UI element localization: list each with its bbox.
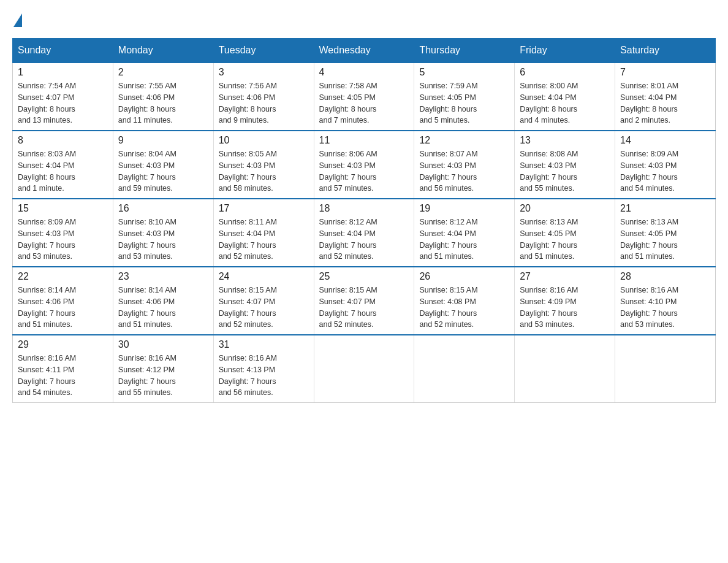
day-info: Sunrise: 8:13 AM Sunset: 4:05 PM Dayligh… [620,216,710,262]
header-sunday: Sunday [13,39,113,63]
calendar-cell: 7Sunrise: 8:01 AM Sunset: 4:04 PM Daylig… [615,63,716,131]
header-monday: Monday [113,39,213,63]
day-number: 11 [319,135,409,146]
header-row: SundayMondayTuesdayWednesdayThursdayFrid… [13,39,716,63]
day-number: 8 [18,135,108,146]
day-number: 1 [18,67,108,78]
calendar-cell: 24Sunrise: 8:15 AM Sunset: 4:07 PM Dayli… [213,267,314,335]
calendar-cell: 13Sunrise: 8:08 AM Sunset: 4:03 PM Dayli… [515,131,615,199]
day-info: Sunrise: 7:58 AM Sunset: 4:05 PM Dayligh… [319,80,409,126]
day-number: 24 [219,271,309,282]
day-number: 2 [118,67,208,78]
calendar-cell: 16Sunrise: 8:10 AM Sunset: 4:03 PM Dayli… [113,199,213,267]
day-info: Sunrise: 8:09 AM Sunset: 4:03 PM Dayligh… [18,216,108,262]
calendar-cell: 9Sunrise: 8:04 AM Sunset: 4:03 PM Daylig… [113,131,213,199]
logo [12,12,23,26]
day-info: Sunrise: 8:16 AM Sunset: 4:13 PM Dayligh… [219,353,309,399]
day-number: 13 [520,135,610,146]
calendar-cell: 8Sunrise: 8:03 AM Sunset: 4:04 PM Daylig… [13,131,113,199]
calendar-cell: 26Sunrise: 8:15 AM Sunset: 4:08 PM Dayli… [414,267,515,335]
calendar-body: 1Sunrise: 7:54 AM Sunset: 4:07 PM Daylig… [13,63,716,403]
logo-triangle-icon [13,13,22,27]
day-info: Sunrise: 8:16 AM Sunset: 4:10 PM Dayligh… [620,285,710,331]
calendar-cell: 14Sunrise: 8:09 AM Sunset: 4:03 PM Dayli… [615,131,716,199]
day-number: 12 [419,135,509,146]
header-tuesday: Tuesday [213,39,314,63]
day-number: 6 [520,67,610,78]
calendar-cell: 29Sunrise: 8:16 AM Sunset: 4:11 PM Dayli… [13,335,113,403]
day-number: 21 [620,203,710,214]
day-info: Sunrise: 8:15 AM Sunset: 4:08 PM Dayligh… [419,285,509,331]
calendar-week-1: 1Sunrise: 7:54 AM Sunset: 4:07 PM Daylig… [13,63,716,131]
day-info: Sunrise: 8:07 AM Sunset: 4:03 PM Dayligh… [419,148,509,194]
calendar-cell: 27Sunrise: 8:16 AM Sunset: 4:09 PM Dayli… [515,267,615,335]
day-number: 5 [419,67,509,78]
calendar-header: SundayMondayTuesdayWednesdayThursdayFrid… [13,39,716,63]
day-number: 26 [419,271,509,282]
calendar-cell: 2Sunrise: 7:55 AM Sunset: 4:06 PM Daylig… [113,63,213,131]
day-number: 17 [219,203,309,214]
calendar-cell: 19Sunrise: 8:12 AM Sunset: 4:04 PM Dayli… [414,199,515,267]
day-number: 29 [18,339,108,350]
calendar-cell: 1Sunrise: 7:54 AM Sunset: 4:07 PM Daylig… [13,63,113,131]
day-info: Sunrise: 7:59 AM Sunset: 4:05 PM Dayligh… [419,80,509,126]
day-info: Sunrise: 8:12 AM Sunset: 4:04 PM Dayligh… [319,216,409,262]
day-info: Sunrise: 8:16 AM Sunset: 4:12 PM Dayligh… [118,353,208,399]
calendar-cell: 4Sunrise: 7:58 AM Sunset: 4:05 PM Daylig… [314,63,414,131]
calendar-week-4: 22Sunrise: 8:14 AM Sunset: 4:06 PM Dayli… [13,267,716,335]
calendar-table: SundayMondayTuesdayWednesdayThursdayFrid… [12,38,716,403]
header-thursday: Thursday [414,39,515,63]
day-info: Sunrise: 8:06 AM Sunset: 4:03 PM Dayligh… [319,148,409,194]
header-saturday: Saturday [615,39,716,63]
day-number: 31 [219,339,309,350]
day-number: 10 [219,135,309,146]
day-number: 4 [319,67,409,78]
calendar-week-5: 29Sunrise: 8:16 AM Sunset: 4:11 PM Dayli… [13,335,716,403]
day-number: 19 [419,203,509,214]
day-number: 27 [520,271,610,282]
day-number: 23 [118,271,208,282]
calendar-cell: 5Sunrise: 7:59 AM Sunset: 4:05 PM Daylig… [414,63,515,131]
day-number: 7 [620,67,710,78]
day-number: 20 [520,203,610,214]
header-friday: Friday [515,39,615,63]
calendar-cell: 18Sunrise: 8:12 AM Sunset: 4:04 PM Dayli… [314,199,414,267]
day-info: Sunrise: 8:03 AM Sunset: 4:04 PM Dayligh… [18,148,108,194]
day-number: 14 [620,135,710,146]
calendar-cell: 3Sunrise: 7:56 AM Sunset: 4:06 PM Daylig… [213,63,314,131]
day-info: Sunrise: 7:56 AM Sunset: 4:06 PM Dayligh… [219,80,309,126]
day-info: Sunrise: 8:16 AM Sunset: 4:11 PM Dayligh… [18,353,108,399]
calendar-cell: 30Sunrise: 8:16 AM Sunset: 4:12 PM Dayli… [113,335,213,403]
calendar-cell: 10Sunrise: 8:05 AM Sunset: 4:03 PM Dayli… [213,131,314,199]
day-number: 25 [319,271,409,282]
day-number: 30 [118,339,208,350]
calendar-cell: 20Sunrise: 8:13 AM Sunset: 4:05 PM Dayli… [515,199,615,267]
calendar-cell: 17Sunrise: 8:11 AM Sunset: 4:04 PM Dayli… [213,199,314,267]
day-info: Sunrise: 8:16 AM Sunset: 4:09 PM Dayligh… [520,285,610,331]
day-info: Sunrise: 8:15 AM Sunset: 4:07 PM Dayligh… [219,285,309,331]
calendar-cell: 23Sunrise: 8:14 AM Sunset: 4:06 PM Dayli… [113,267,213,335]
day-info: Sunrise: 8:14 AM Sunset: 4:06 PM Dayligh… [118,285,208,331]
day-info: Sunrise: 8:14 AM Sunset: 4:06 PM Dayligh… [18,285,108,331]
calendar-cell: 22Sunrise: 8:14 AM Sunset: 4:06 PM Dayli… [13,267,113,335]
day-number: 15 [18,203,108,214]
day-info: Sunrise: 7:54 AM Sunset: 4:07 PM Dayligh… [18,80,108,126]
calendar-cell: 11Sunrise: 8:06 AM Sunset: 4:03 PM Dayli… [314,131,414,199]
calendar-cell: 15Sunrise: 8:09 AM Sunset: 4:03 PM Dayli… [13,199,113,267]
calendar-cell [314,335,414,403]
calendar-cell: 28Sunrise: 8:16 AM Sunset: 4:10 PM Dayli… [615,267,716,335]
page-header [12,12,716,26]
day-number: 22 [18,271,108,282]
calendar-cell: 31Sunrise: 8:16 AM Sunset: 4:13 PM Dayli… [213,335,314,403]
day-number: 16 [118,203,208,214]
day-number: 28 [620,271,710,282]
calendar-cell: 21Sunrise: 8:13 AM Sunset: 4:05 PM Dayli… [615,199,716,267]
day-info: Sunrise: 8:10 AM Sunset: 4:03 PM Dayligh… [118,216,208,262]
calendar-cell: 25Sunrise: 8:15 AM Sunset: 4:07 PM Dayli… [314,267,414,335]
day-info: Sunrise: 8:04 AM Sunset: 4:03 PM Dayligh… [118,148,208,194]
day-info: Sunrise: 8:00 AM Sunset: 4:04 PM Dayligh… [520,80,610,126]
day-info: Sunrise: 8:13 AM Sunset: 4:05 PM Dayligh… [520,216,610,262]
calendar-cell [615,335,716,403]
day-info: Sunrise: 8:05 AM Sunset: 4:03 PM Dayligh… [219,148,309,194]
calendar-week-3: 15Sunrise: 8:09 AM Sunset: 4:03 PM Dayli… [13,199,716,267]
